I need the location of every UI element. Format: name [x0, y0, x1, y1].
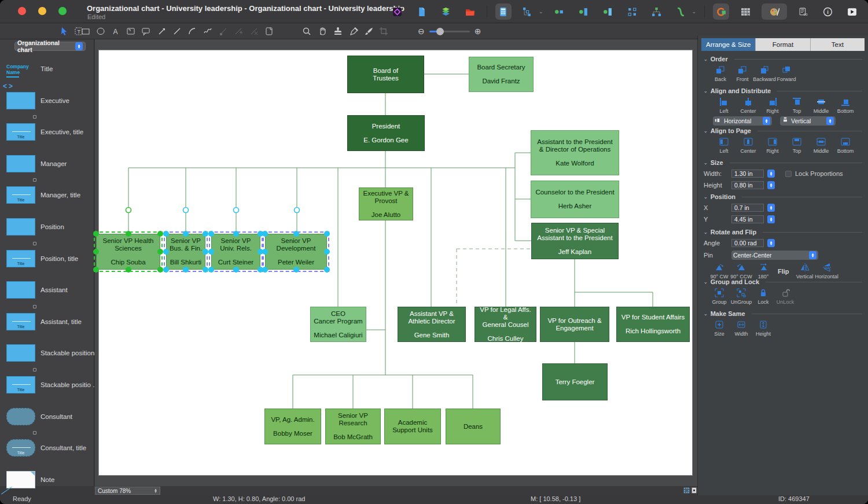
connector-type-chevron-down-icon[interactable]: ⌄ — [692, 9, 696, 14]
selection-handle[interactable] — [163, 267, 169, 273]
text-tool[interactable]: A — [109, 25, 123, 38]
close-button[interactable] — [18, 7, 26, 15]
page-bottom-button[interactable]: Bottom — [834, 137, 856, 154]
selection-handle[interactable] — [163, 249, 169, 255]
align-top-button[interactable]: Top — [786, 97, 808, 114]
org-node-terry-foegler[interactable]: Terry Foegler — [542, 363, 608, 400]
x-stepper[interactable]: ▲▼ — [767, 204, 775, 212]
arc-tool[interactable] — [185, 25, 199, 38]
shape-item-assistant-title[interactable]: TitleAssistant, title — [0, 312, 94, 332]
align-middle-button[interactable]: Middle — [810, 97, 832, 114]
org-node-senior-vp-bus-fin[interactable]: Senior VPBus. & Fin.Bill Shkurti — [166, 234, 205, 270]
same-height-button[interactable]: Height — [752, 320, 774, 337]
info-icon[interactable]: i — [819, 3, 836, 20]
same-width-button[interactable]: Width — [730, 320, 752, 337]
font-panel-icon[interactable]: oo — [795, 3, 811, 20]
samples-icon[interactable] — [438, 3, 454, 20]
tab-format[interactable]: Format — [756, 38, 810, 51]
org-node-academic-support-units[interactable]: AcademicSupport Units — [384, 409, 441, 444]
selection-handle[interactable] — [208, 267, 214, 273]
y-stepper[interactable]: ▲▼ — [767, 215, 775, 223]
page-overview-icon[interactable] — [683, 487, 690, 494]
frame-tool[interactable] — [124, 25, 138, 38]
shape-item-consultant-title[interactable]: TitleConsultant, title — [0, 438, 94, 458]
table-icon[interactable]: 0 — [737, 3, 753, 20]
org-node-counselor-to-president[interactable]: Counselor to the PresidentHerb Asher — [531, 181, 619, 218]
selection-handle[interactable] — [126, 267, 131, 273]
org-node-vp-ag-admin[interactable]: VP, Ag. Admin.Bobby Moser — [264, 409, 321, 444]
selection-handle[interactable] — [203, 267, 208, 273]
shape-item-stackable-positio-[interactable]: TitleStackable positio ... — [0, 375, 94, 395]
expand-preview-icon[interactable] — [33, 368, 36, 371]
page-top-button[interactable]: Top — [786, 137, 808, 154]
ellipse-tool[interactable] — [94, 25, 108, 38]
ungroup-button[interactable]: UnGroup — [730, 288, 752, 305]
rectangle-tool[interactable] — [79, 25, 93, 38]
connector-type-icon[interactable] — [672, 3, 689, 20]
expand-preview-icon[interactable] — [33, 242, 36, 245]
org-node-assistant-to-president[interactable]: Assistant to the President& Director of … — [531, 130, 619, 175]
org-node-executive-vp-provost[interactable]: Executive VP &ProvostJoe Alutto — [359, 187, 413, 220]
flip-vertical-button[interactable]: Vertical — [794, 263, 816, 279]
shape-item-stackable-position[interactable]: Stackable position — [0, 343, 94, 363]
shape-item-note[interactable]: Note — [0, 470, 94, 490]
selection-handle[interactable] — [208, 231, 214, 237]
selection-handle[interactable] — [93, 231, 99, 237]
subtree-layout-icon[interactable] — [624, 3, 640, 20]
width-stepper[interactable]: ▲▼ — [767, 170, 775, 178]
hide-panel-icon[interactable] — [844, 3, 860, 20]
selection-handle[interactable] — [262, 231, 268, 237]
expand-preview-icon[interactable] — [33, 431, 36, 435]
library-select[interactable]: Organizational chart ▲▼ — [14, 42, 86, 51]
zoom-window-button[interactable] — [58, 7, 67, 15]
stamp-tool[interactable] — [331, 25, 345, 38]
org-node-deans[interactable]: Deans — [446, 409, 501, 444]
distribute-vertical-select[interactable]: Vertical▲▼ — [780, 116, 836, 126]
shape-item-assistant[interactable]: Assistant — [0, 280, 94, 300]
org-node-vp-student-affairs[interactable]: VP for Student AffairsRich Hollingsworth — [616, 307, 690, 342]
page-right-button[interactable]: Right — [762, 137, 784, 154]
org-layout-chevron-down-icon[interactable]: ⌄ — [539, 9, 543, 14]
group-button[interactable]: Group — [708, 288, 730, 305]
page-center-button[interactable]: Center — [737, 137, 759, 154]
shape-item-executive-title[interactable]: TitleExecutive, title — [0, 122, 94, 142]
tab-text[interactable]: Text — [811, 38, 865, 51]
properties-panel-icon[interactable] — [495, 3, 512, 20]
angle-field[interactable]: 0.00 rad — [731, 239, 764, 247]
align-bottom-button[interactable]: Bottom — [834, 97, 856, 114]
order-backward-button[interactable]: Backward — [753, 65, 775, 82]
org-layout-icon[interactable] — [520, 3, 536, 20]
page-middle-button[interactable]: Middle — [810, 137, 832, 154]
org-node-senior-vp-research[interactable]: Senior VPResearchBob McGrath — [325, 409, 381, 444]
selection-handle[interactable] — [157, 231, 163, 237]
org-node-senior-vp-univ-rels[interactable]: Senior VPUniv. Rels.Curt Steiner — [211, 234, 260, 270]
org-node-senior-vp-health-sciences[interactable]: Senior VP HealthSciencesChip Souba — [96, 234, 160, 270]
solutions-icon[interactable] — [389, 3, 406, 20]
rotate-ccw-button[interactable]: 90° CCW — [730, 263, 752, 279]
section-title-size[interactable]: Size — [711, 159, 723, 166]
callout-tool[interactable] — [139, 25, 153, 38]
select-tool[interactable] — [57, 25, 71, 38]
x-field[interactable]: 0.7 in — [731, 204, 764, 212]
page-setup-tool[interactable] — [262, 25, 276, 38]
selection-handle[interactable] — [183, 231, 189, 237]
distribute-horizontal-select[interactable]: Horizontal▲▼ — [713, 116, 772, 126]
width-field[interactable]: 1.30 in — [731, 170, 764, 178]
selection-handle[interactable] — [163, 231, 169, 237]
org-node-vp-legal-affairs[interactable]: VP for Legal Affs. &General CouselChris … — [475, 307, 536, 342]
selection-handle[interactable] — [93, 267, 99, 273]
selection-handle[interactable] — [324, 231, 330, 237]
org-node-board-of-trustees[interactable]: Board ofTrustees — [347, 56, 424, 93]
selection-handle[interactable] — [324, 267, 330, 273]
new-document-icon[interactable] — [414, 3, 430, 20]
shape-item-executive[interactable]: Executive — [0, 91, 94, 111]
minimize-button[interactable] — [38, 7, 46, 15]
page-left-button[interactable]: Left — [713, 137, 735, 154]
tab-arrange-size[interactable]: Arrange & Size — [701, 38, 756, 51]
selection-handle[interactable] — [262, 249, 268, 255]
selection-handle[interactable] — [262, 267, 268, 273]
shape-item-manager-title[interactable]: TitleManager, title — [0, 185, 94, 205]
format-painter-icon[interactable] — [762, 3, 787, 20]
shape-item-consultant[interactable]: Consultant — [0, 407, 94, 426]
smart-arrow-tool[interactable] — [155, 25, 169, 38]
